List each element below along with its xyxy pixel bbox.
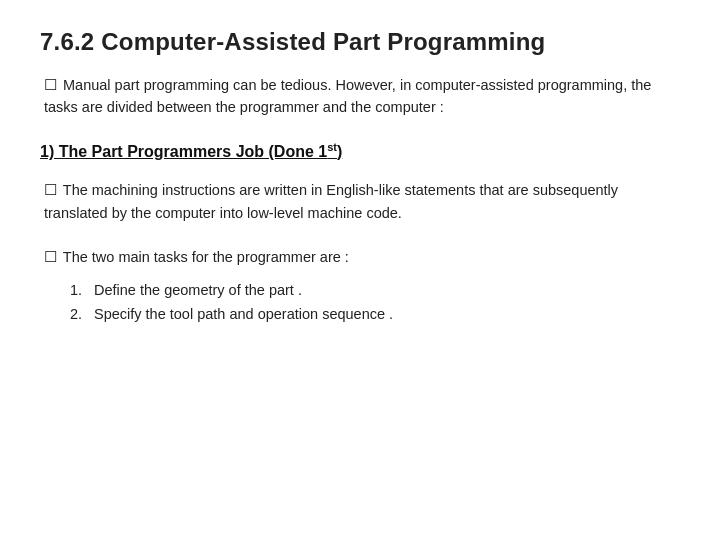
list-item: 2. Specify the tool path and operation s… (70, 303, 680, 327)
section1-heading-end: ) (337, 143, 342, 160)
paragraph2-text: The two main tasks for the programmer ar… (63, 249, 349, 265)
list-text-2: Specify the tool path and operation sequ… (94, 303, 393, 327)
section1-heading: 1) The Part Programmers Job (Done 1st) (40, 141, 680, 161)
intro-text: Manual part programming can be tedious. … (44, 77, 651, 115)
paragraph2-bullet: ☐ (44, 246, 57, 269)
paragraph2-block: ☐ The two main tasks for the programmer … (40, 246, 680, 269)
numbered-list: 1. Define the geometry of the part . 2. … (40, 279, 680, 327)
list-item: 1. Define the geometry of the part . (70, 279, 680, 303)
slide: 7.6.2 Computer-Assisted Part Programming… (0, 0, 720, 540)
section1-heading-text: 1) The Part Programmers Job (Done 1 (40, 143, 327, 160)
section1-sup: st (327, 141, 337, 153)
slide-title: 7.6.2 Computer-Assisted Part Programming (40, 28, 680, 56)
list-num-1: 1. (70, 279, 88, 303)
paragraph1-text: The machining instructions are written i… (44, 182, 618, 221)
intro-bullet: ☐ (44, 74, 57, 96)
paragraph1-bullet: ☐ (44, 179, 57, 202)
paragraph1-block: ☐ The machining instructions are written… (40, 179, 680, 225)
intro-block: ☐ Manual part programming can be tedious… (40, 74, 680, 119)
list-text-1: Define the geometry of the part . (94, 279, 302, 303)
list-num-2: 2. (70, 303, 88, 327)
